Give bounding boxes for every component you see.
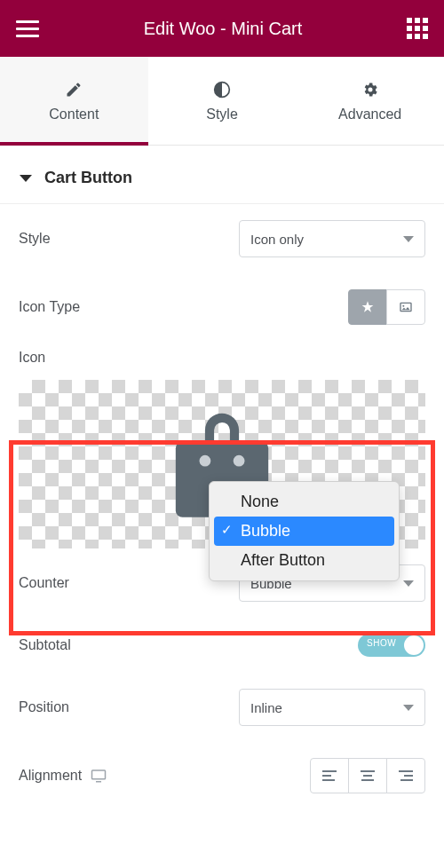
align-left-button[interactable] [310,758,349,793]
pencil-icon [64,80,83,99]
icon-type-image-button[interactable] [386,289,425,325]
gear-icon [361,80,380,99]
control-label: Position [19,699,69,715]
subtotal-toggle[interactable]: SHOW [358,634,425,657]
counter-dropdown: None Bubble After Button [209,481,400,581]
control-label: Icon [19,341,425,380]
alignment-group [310,758,425,793]
tab-content[interactable]: Content [0,57,148,145]
panel-title: Edit Woo - Mini Cart [39,19,407,39]
chevron-down-icon [403,580,414,587]
dropdown-option-bubble[interactable]: Bubble [214,517,394,546]
tab-style[interactable]: Style [148,57,297,145]
section-title: Cart Button [44,169,132,187]
control-icon-type: Icon Type [1,273,443,341]
tab-advanced[interactable]: Advanced [296,57,444,145]
select-value: Inline [250,700,282,715]
align-right-button[interactable] [386,758,425,793]
image-icon [399,300,413,314]
menu-icon[interactable] [16,20,39,37]
select-value: Icon only [250,232,304,247]
toggle-text: SHOW [367,638,396,648]
control-alignment: Alignment [1,742,443,809]
controls-panel: Style Icon only Icon Type Icon [0,204,444,809]
star-icon [361,300,375,314]
align-center-button[interactable] [348,758,387,793]
apps-icon[interactable] [407,18,428,39]
control-label: Icon Type [19,299,80,315]
icon-type-icon-button[interactable] [348,289,387,325]
toggle-knob [404,635,424,655]
control-label: Style [19,231,51,247]
dropdown-option-after-button[interactable]: After Button [214,546,394,575]
desktop-icon[interactable] [91,769,107,783]
control-label: Counter [19,575,69,591]
style-select[interactable]: Icon only [239,220,425,257]
panel-header: Edit Woo - Mini Cart [0,0,444,57]
svg-rect-5 [92,770,106,779]
control-subtotal: Subtotal SHOW [1,618,443,673]
svg-point-3 [200,455,211,467]
section-toggle-cart-button[interactable]: Cart Button [0,146,444,204]
control-style: Style Icon only [1,204,443,273]
svg-point-2 [402,305,404,307]
chevron-down-icon [403,236,414,242]
tab-label: Style [206,107,238,122]
tab-label: Advanced [338,107,401,122]
position-select[interactable]: Inline [239,689,425,726]
dropdown-option-none[interactable]: None [214,487,394,517]
control-position: Position Inline [1,673,443,742]
control-label: Subtotal [19,637,71,653]
chevron-down-icon [403,705,414,711]
panel-tabs: Content Style Advanced [0,57,444,146]
icon-type-toggle [348,289,425,325]
tab-label: Content [49,107,99,122]
caret-down-icon [20,175,32,182]
svg-point-4 [234,455,245,467]
control-label: Alignment [19,768,82,784]
contrast-icon [212,80,232,99]
